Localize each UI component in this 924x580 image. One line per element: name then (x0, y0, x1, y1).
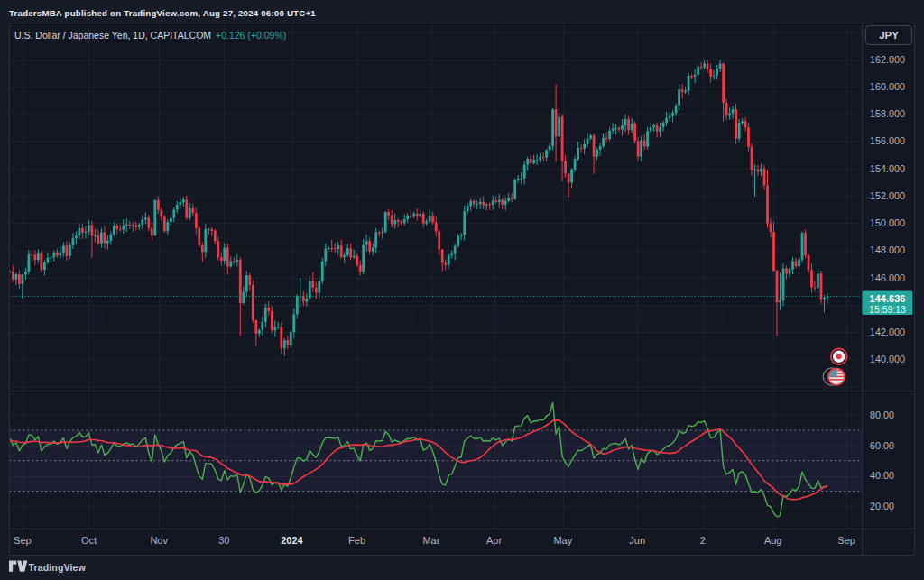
svg-text:Mar: Mar (422, 535, 439, 546)
svg-text:Oct: Oct (81, 535, 97, 546)
svg-text:2: 2 (700, 535, 706, 546)
svg-text:148.000: 148.000 (870, 244, 905, 255)
svg-text:U.S. Dollar / Japanese Yen, 1D: U.S. Dollar / Japanese Yen, 1D, CAPITALC… (14, 30, 211, 41)
svg-text:Sep: Sep (14, 535, 32, 546)
svg-text:TradersMBA • TradersMBA • Trad: TradersMBA • TradersMBA • TradersMBA • T… (11, 310, 835, 317)
svg-text:May: May (553, 535, 572, 546)
svg-text:Sep: Sep (837, 535, 855, 546)
svg-text:TradingView: TradingView (29, 562, 87, 573)
svg-text:Feb: Feb (348, 535, 365, 546)
svg-text:TradersMBA published on Tradin: TradersMBA published on TradingView.com,… (9, 8, 316, 18)
svg-text:30: 30 (218, 535, 229, 546)
svg-text:160.000: 160.000 (870, 81, 905, 92)
svg-text:162.000: 162.000 (870, 54, 905, 65)
svg-text:142.000: 142.000 (870, 327, 905, 337)
svg-text:154.000: 154.000 (870, 163, 905, 174)
svg-text:Aug: Aug (764, 535, 782, 546)
svg-text:Apr: Apr (486, 535, 502, 546)
svg-text:140.000: 140.000 (870, 354, 905, 364)
svg-text:80.00: 80.00 (870, 410, 894, 420)
svg-text:152.000: 152.000 (870, 190, 905, 201)
svg-text:40.00: 40.00 (870, 470, 894, 481)
svg-text:158.000: 158.000 (870, 108, 905, 119)
svg-text:144.636: 144.636 (870, 293, 906, 304)
svg-text:60.00: 60.00 (870, 440, 894, 451)
svg-text:150.000: 150.000 (870, 217, 905, 228)
svg-text:15:59:13: 15:59:13 (869, 304, 906, 315)
svg-text:2024: 2024 (281, 535, 303, 546)
svg-text:156.000: 156.000 (870, 135, 905, 146)
svg-text:146.000: 146.000 (870, 272, 905, 283)
svg-text:Nov: Nov (150, 535, 168, 546)
svg-text:TradersMBA • TradersMBA • Trad: TradersMBA • TradersMBA • TradersMBA • T… (11, 318, 835, 325)
svg-text:20.00: 20.00 (870, 501, 894, 511)
svg-text:Jun: Jun (629, 535, 645, 546)
svg-text:+0.126 (+0.09%): +0.126 (+0.09%) (216, 30, 286, 41)
svg-text:JPY: JPY (879, 30, 899, 41)
